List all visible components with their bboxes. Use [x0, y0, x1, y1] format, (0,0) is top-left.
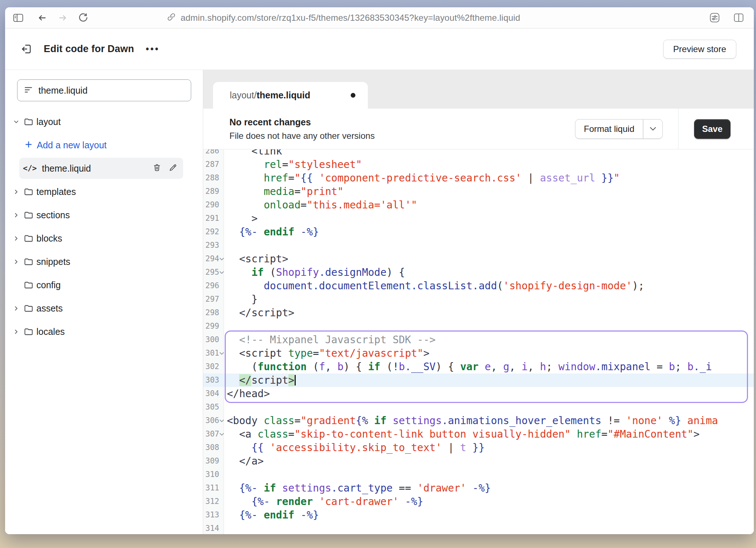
- code-line-288[interactable]: 288href="{{ 'component-predictive-search…: [203, 171, 754, 185]
- app-header: Edit code for Dawn ••• Preview store: [5, 28, 754, 70]
- sidebar-item-add-a-new-layout[interactable]: Add a new layout: [5, 133, 203, 157]
- code-line-305[interactable]: 305: [203, 400, 754, 414]
- line-number: 310: [203, 468, 219, 481]
- code-text: {%- if settings.cart_type == 'drawer' -%…: [224, 481, 491, 495]
- code-line-286[interactable]: 286<link: [203, 149, 754, 158]
- back-icon[interactable]: [34, 10, 50, 26]
- code-line-306[interactable]: 306<body class="gradient{% if settings.a…: [203, 414, 754, 427]
- code-editor[interactable]: 286<link287rel="stylesheet"288href="{{ '…: [203, 149, 754, 534]
- code-line-290[interactable]: 290onload="this.media='all'": [203, 198, 754, 212]
- overflow-menu-button[interactable]: •••: [146, 44, 160, 54]
- link-icon: [167, 12, 176, 23]
- fold-chevron-icon[interactable]: [219, 427, 224, 441]
- sidebar-item-theme-liquid-selected[interactable]: </>theme.liquid: [19, 158, 183, 179]
- search-input[interactable]: [39, 85, 184, 96]
- code-line-304[interactable]: 304</head>: [203, 387, 754, 400]
- folder-icon: [24, 210, 36, 220]
- chevron-right-icon[interactable]: [13, 328, 24, 335]
- code-line-303[interactable]: 303</script>: [203, 373, 754, 387]
- address-bar[interactable]: admin.shopify.com/store/rzq1xu-f5/themes…: [167, 7, 520, 28]
- line-number: 307: [203, 427, 219, 441]
- code-line-300[interactable]: 300<!-- Mixpanel Javascript SDK -->: [203, 333, 754, 347]
- fold-chevron-icon[interactable]: [219, 266, 224, 279]
- code-text: </script>: [224, 373, 296, 387]
- code-text: </head>: [224, 387, 270, 400]
- code-line-311[interactable]: 311{%- if settings.cart_type == 'drawer'…: [203, 481, 754, 495]
- preview-store-button[interactable]: Preview store: [663, 40, 736, 59]
- code-line-299[interactable]: 299: [203, 320, 754, 333]
- text-cursor: [295, 375, 296, 385]
- sidebar-item-templates[interactable]: templates: [5, 180, 203, 203]
- code-line-308[interactable]: 308{{ 'accessibility.skip_to_text' | t }…: [203, 441, 754, 454]
- line-number: 297: [203, 293, 219, 306]
- code-line-312[interactable]: 312{%- render 'cart-drawer' -%}: [203, 495, 754, 508]
- code-line-313[interactable]: 313{%- endif -%}: [203, 508, 754, 522]
- rename-file-icon[interactable]: [169, 163, 177, 173]
- code-line-296[interactable]: 296document.documentElement.classList.ad…: [203, 279, 754, 293]
- code-text: <!-- Mixpanel Javascript SDK -->: [224, 333, 436, 347]
- code-text: onload="this.media='all'": [224, 198, 417, 212]
- sidebar-item-layout[interactable]: layout: [5, 110, 203, 133]
- code-text: (function (f, b) { if (!b.__SV) { var e,…: [224, 360, 712, 373]
- code-line-294[interactable]: 294<script>: [203, 252, 754, 266]
- file-search-field[interactable]: [17, 79, 191, 101]
- fold-chevron-icon[interactable]: [219, 347, 224, 360]
- exit-code-editor-icon[interactable]: [18, 41, 34, 57]
- sidebar-item-locales[interactable]: locales: [5, 320, 203, 343]
- code-text: <script>: [224, 252, 288, 266]
- line-number: 298: [203, 306, 219, 320]
- code-text: media="print": [224, 185, 343, 198]
- sidebar-item-blocks[interactable]: blocks: [5, 227, 203, 250]
- code-line-301[interactable]: 301<script type="text/javascript">: [203, 347, 754, 360]
- line-number: 290: [203, 198, 219, 212]
- chevron-down-icon[interactable]: [13, 118, 24, 125]
- tab-theme-liquid[interactable]: layout/theme.liquid: [213, 82, 368, 109]
- sidebar-item-assets[interactable]: assets: [5, 297, 203, 320]
- split-view-icon[interactable]: [731, 10, 747, 26]
- sidebar-item-snippets[interactable]: snippets: [5, 250, 203, 273]
- code-line-309[interactable]: 309</a>: [203, 454, 754, 468]
- tab-path-prefix: layout/: [230, 90, 257, 101]
- code-line-295[interactable]: 295if (Shopify.designMode) {: [203, 266, 754, 279]
- line-number: 309: [203, 454, 219, 468]
- code-line-291[interactable]: 291>: [203, 212, 754, 225]
- sidebar-item-sections[interactable]: sections: [5, 203, 203, 227]
- line-number: 293: [203, 239, 219, 252]
- code-line-297[interactable]: 297}: [203, 293, 754, 306]
- fold-spacer: [219, 306, 224, 320]
- chevron-right-icon[interactable]: [13, 258, 24, 265]
- format-liquid-split-button: Format liquid: [575, 119, 662, 139]
- code-line-310[interactable]: 310: [203, 468, 754, 481]
- folder-label: config: [36, 280, 61, 290]
- sidebar-item-config[interactable]: config: [5, 273, 203, 297]
- forward-icon[interactable]: [55, 10, 71, 26]
- format-liquid-button[interactable]: Format liquid: [575, 120, 643, 138]
- code-line-314[interactable]: 314: [203, 522, 754, 534]
- format-options-button[interactable]: [643, 120, 662, 138]
- line-number: 300: [203, 333, 219, 347]
- code-line-293[interactable]: 293: [203, 239, 754, 252]
- chevron-right-icon[interactable]: [13, 212, 24, 219]
- code-line-307[interactable]: 307<a class="skip-to-content-link button…: [203, 427, 754, 441]
- code-line-289[interactable]: 289media="print": [203, 185, 754, 198]
- reload-icon[interactable]: [75, 10, 91, 26]
- fold-spacer: [219, 495, 224, 508]
- code-line-292[interactable]: 292{%- endif -%}: [203, 225, 754, 239]
- fold-chevron-icon[interactable]: [219, 252, 224, 266]
- chevron-right-icon[interactable]: [13, 188, 24, 195]
- folder-label: sections: [36, 210, 70, 220]
- code-line-287[interactable]: 287rel="stylesheet": [203, 158, 754, 171]
- code-line-298[interactable]: 298</script>: [203, 306, 754, 320]
- fold-spacer: [219, 360, 224, 373]
- save-button[interactable]: Save: [694, 119, 731, 139]
- chevron-right-icon[interactable]: [13, 235, 24, 242]
- fold-chevron-icon[interactable]: [219, 414, 224, 427]
- delete-file-icon[interactable]: [153, 163, 161, 173]
- chevron-right-icon[interactable]: [13, 305, 24, 312]
- filter-icon: [24, 85, 33, 96]
- folder-label: assets: [36, 303, 63, 314]
- page-settings-icon[interactable]: [706, 10, 722, 26]
- header-divider: [678, 109, 679, 149]
- browser-sidebar-toggle-icon[interactable]: [10, 10, 26, 26]
- code-line-302[interactable]: 302(function (f, b) { if (!b.__SV) { var…: [203, 360, 754, 373]
